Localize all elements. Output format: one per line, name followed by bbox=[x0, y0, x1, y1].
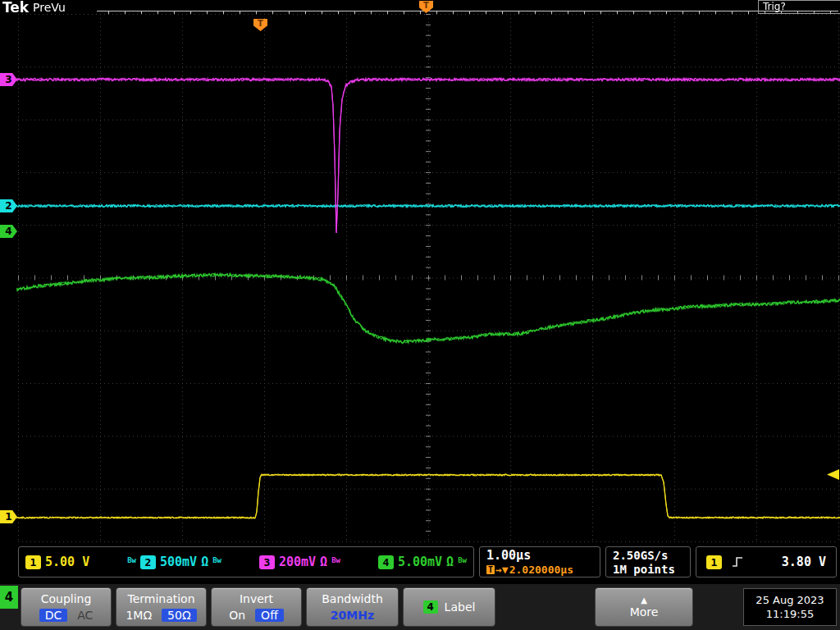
coupling-option-ac[interactable]: AC bbox=[77, 609, 93, 622]
ch2-badge: 2 bbox=[140, 555, 156, 569]
trigger-delay-icon: T bbox=[486, 565, 495, 574]
invert-option-off[interactable]: Off bbox=[255, 609, 284, 622]
ch3-scale-readout: 3 200mV Ω Bw bbox=[259, 555, 340, 569]
termination-option-1mohm[interactable]: 1MΩ bbox=[126, 609, 152, 622]
rising-edge-icon bbox=[732, 555, 743, 568]
label-button[interactable]: 4 Label bbox=[403, 587, 495, 627]
invert-option-on[interactable]: On bbox=[229, 609, 245, 622]
ch1-scale: 5.00 V bbox=[45, 555, 89, 569]
ch1-badge: 1 bbox=[25, 555, 41, 569]
timebase-scale: 1.00μs bbox=[486, 548, 531, 563]
ch1-scale-readout: 1 5.00 V bbox=[25, 555, 89, 569]
sample-rate: 2.50GS/s bbox=[613, 549, 668, 562]
channel-scale-readouts: 1 5.00 V Bw 2 500mV Ω Bw 3 200mV Ω Bw 4 … bbox=[18, 546, 474, 578]
termination-title: Termination bbox=[127, 592, 194, 605]
coupling-button[interactable]: Coupling DC AC bbox=[21, 587, 112, 627]
bandwidth-icon: Bw bbox=[212, 556, 221, 564]
trigger-delay-readout: T →▼ 2.020000μs bbox=[486, 564, 573, 576]
label-channel-badge: 4 bbox=[423, 600, 438, 614]
active-channel-badge: 4 bbox=[0, 586, 18, 609]
more-title: More bbox=[630, 605, 659, 619]
record-length: 1M points bbox=[613, 563, 675, 576]
trigger-status-indicator: Trig? bbox=[758, 0, 840, 14]
ch4-impedance: Ω bbox=[446, 555, 454, 569]
oscilloscope-screen: Tek PreVu Trig? T T 3 2 4 1 1 5.00 V Bw … bbox=[0, 0, 840, 630]
datetime-display: 25 Aug 2023 11:19:55 bbox=[743, 588, 837, 626]
bandwidth-button[interactable]: Bandwidth 20MHz bbox=[306, 587, 399, 627]
trigger-readout: 1 3.80 V bbox=[696, 546, 837, 578]
acquisition-readout: 2.50GS/s 1M points bbox=[605, 546, 691, 578]
chevron-up-icon: ▲ bbox=[641, 596, 647, 605]
more-button[interactable]: ▲ More bbox=[595, 587, 693, 627]
graticule-waveform-display bbox=[0, 0, 840, 630]
ch4-badge: 4 bbox=[378, 555, 394, 569]
bandwidth-icon: Bw bbox=[458, 556, 467, 564]
ch4-scale: 5.00mV bbox=[398, 555, 442, 569]
trigger-level: 3.80 V bbox=[782, 555, 826, 569]
ch2-scale: 500mV bbox=[160, 555, 197, 569]
ch4-scale-readout: 4 5.00mV Ω Bw bbox=[378, 555, 467, 569]
time-text: 11:19:55 bbox=[766, 608, 814, 620]
ch2-scale-readout: Bw 2 500mV Ω Bw bbox=[127, 555, 221, 569]
invert-title: Invert bbox=[240, 592, 273, 605]
trigger-delay-arrows: →▼ bbox=[495, 564, 509, 576]
trigger-source-badge: 1 bbox=[706, 555, 722, 569]
bandwidth-icon: Bw bbox=[127, 556, 136, 564]
invert-button[interactable]: Invert On Off bbox=[211, 587, 302, 627]
ch3-badge: 3 bbox=[259, 555, 275, 569]
termination-option-50ohm[interactable]: 50Ω bbox=[162, 609, 197, 622]
bandwidth-title: Bandwidth bbox=[322, 592, 383, 605]
ch3-impedance: Ω bbox=[320, 555, 327, 569]
coupling-option-dc[interactable]: DC bbox=[39, 609, 68, 622]
softkey-menu-bar: 4 Coupling DC AC Termination 1MΩ 50Ω Inv… bbox=[0, 584, 840, 630]
ch2-impedance: Ω bbox=[201, 555, 208, 569]
brand-logo: Tek bbox=[2, 0, 29, 16]
timebase-readout: 1.00μs T →▼ 2.020000μs bbox=[479, 546, 600, 578]
termination-button[interactable]: Termination 1MΩ 50Ω bbox=[116, 587, 207, 627]
trigger-delay-value: 2.020000μs bbox=[509, 564, 573, 576]
ch3-scale: 200mV bbox=[279, 555, 316, 569]
acquisition-status: PreVu bbox=[33, 1, 66, 14]
bandwidth-value: 20MHz bbox=[331, 609, 374, 622]
coupling-title: Coupling bbox=[41, 592, 92, 605]
date-text: 25 Aug 2023 bbox=[756, 594, 824, 606]
bandwidth-icon: Bw bbox=[331, 556, 340, 564]
label-title: Label bbox=[445, 600, 476, 614]
readout-bar: 1 5.00 V Bw 2 500mV Ω Bw 3 200mV Ω Bw 4 … bbox=[0, 543, 840, 584]
